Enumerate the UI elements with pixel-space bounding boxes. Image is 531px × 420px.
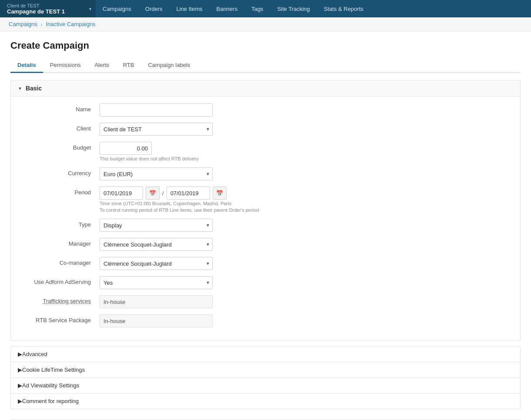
field-trafficking-row: Trafficking services In-house [21,295,510,308]
sec-comment[interactable]: ▶ Comment for reporting [11,393,520,409]
nav-tags[interactable]: Tags [244,0,270,17]
field-name-row: Name [21,103,510,117]
tab-details[interactable]: Details [10,58,43,73]
breadcrumb-separator: › [41,22,43,27]
field-comanager-row: Co-manager Clémence Socquet-Juglard [21,257,510,270]
sec-advanced[interactable]: ▶ Advanced [11,347,520,362]
comanager-select[interactable]: Clémence Socquet-Juglard [100,257,213,270]
breadcrumb-campaigns[interactable]: Campaigns [9,21,37,27]
type-select-wrap: Display [100,219,213,232]
type-label: Type [21,219,100,228]
client-select[interactable]: Client de TEST [100,123,213,136]
field-manager-row: Manager Clémence Socquet-Juglard [21,238,510,251]
period-label: Period [21,187,100,196]
comment-label: Comment for reporting [22,398,79,404]
breadcrumb-inactive-campaigns[interactable]: Inactive Campaigns [46,21,95,27]
sec-cookie[interactable]: ▶ Cookie LifeTime Settings [11,362,520,378]
adserving-control: Yes No [100,276,510,289]
basic-section-collapse-icon: ▼ [18,86,22,91]
basic-section-body: Name Client Client de TEST Budg [11,97,520,340]
comment-expand-icon: ▶ [18,398,22,404]
manager-select-wrap: Clémence Socquet-Juglard [100,238,213,251]
trafficking-control: In-house [100,295,510,308]
adserving-select-wrap: Yes No [100,276,213,289]
client-select-wrap: Client de TEST [100,123,213,136]
nav-links-container: Campaigns Orders Line Items Banners Tags… [96,0,371,17]
client-control: Client de TEST [100,123,510,136]
brand-area[interactable]: Client de TEST Campagne de TEST 1 ▾ [0,0,96,17]
period-inputs: 📅 / 📅 [100,187,510,200]
name-label: Name [21,103,100,113]
manager-select[interactable]: Clémence Socquet-Juglard [100,238,213,251]
comanager-select-wrap: Clémence Socquet-Juglard [100,257,213,270]
basic-section-header[interactable]: ▼ Basic [11,80,520,97]
nav-stats-reports[interactable]: Stats & Reports [317,0,371,17]
field-period-row: Period 📅 / 📅 Time zone (UTC+01:00) Bruss… [21,187,510,213]
collapsible-sections: ▶ Advanced ▶ Cookie LifeTime Settings ▶ … [10,346,521,409]
nav-line-items[interactable]: Line Items [170,0,210,17]
comanager-label: Co-manager [21,257,100,266]
period-timezone: Time zone (UTC+01:00) Brussels, Copenhag… [100,201,510,213]
cookie-expand-icon: ▶ [18,367,22,373]
cookie-label: Cookie LifeTime Settings [22,367,85,373]
manager-label: Manager [21,238,100,247]
period-end-input[interactable] [167,187,210,200]
period-tz-text: Time zone (UTC+01:00) Brussels, Copenhag… [100,201,510,206]
brand-dropdown-icon: ▾ [89,7,91,11]
type-select[interactable]: Display [100,219,213,232]
nav-banners[interactable]: Banners [209,0,244,17]
trafficking-label: Trafficking services [21,295,100,304]
period-note-text: To control running period of RTB Line it… [100,207,510,213]
budget-input[interactable] [100,142,152,155]
basic-section-title: Basic [26,85,42,92]
period-separator: / [162,190,164,197]
brand-title: Campagne de TEST 1 [7,8,89,15]
nav-campaigns[interactable]: Campaigns [96,0,138,17]
name-control [100,103,510,117]
client-label: Client [21,123,100,132]
currency-select[interactable]: Euro (EUR) [100,167,213,180]
period-start-calendar-button[interactable]: 📅 [146,187,160,200]
tab-campaign-labels[interactable]: Campaign labels [141,58,197,73]
adserving-label: Use Adform AdServing [21,276,100,285]
basic-section: ▼ Basic Name Client Client de TEST [10,80,521,341]
trafficking-value: In-house [100,295,213,308]
period-control: 📅 / 📅 Time zone (UTC+01:00) Brussels, Co… [100,187,510,213]
period-start-input[interactable] [100,187,143,200]
advanced-expand-icon: ▶ [18,351,22,357]
field-rtbservice-row: RTB Service Package In-house [21,314,510,327]
tab-permissions[interactable]: Permissions [43,58,88,73]
adserving-select[interactable]: Yes No [100,276,213,289]
nav-site-tracking[interactable]: Site Tracking [270,0,317,17]
period-end-calendar-button[interactable]: 📅 [213,187,227,200]
field-adserving-row: Use Adform AdServing Yes No [21,276,510,289]
field-type-row: Type Display [21,219,510,232]
tabs-container: Details Permissions Alerts RTB Campaign … [10,58,521,73]
currency-control: Euro (EUR) [100,167,510,180]
page-content: Create Campaign Details Permissions Aler… [0,31,531,420]
tab-rtb[interactable]: RTB [116,58,141,73]
advanced-label: Advanced [22,351,47,357]
budget-hint: This budget value does not affect RTB de… [100,156,510,161]
manager-control: Clémence Socquet-Juglard [100,238,510,251]
breadcrumb: Campaigns › Inactive Campaigns [0,17,531,31]
name-input[interactable] [100,103,213,117]
comanager-control: Clémence Socquet-Juglard [100,257,510,270]
tab-alerts[interactable]: Alerts [87,58,116,73]
viewability-label: Ad Viewability Settings [22,382,79,389]
rtbservice-control: In-house [100,314,510,327]
budget-control: This budget value does not affect RTB de… [100,142,510,161]
field-currency-row: Currency Euro (EUR) [21,167,510,180]
field-client-row: Client Client de TEST [21,123,510,136]
top-navigation: Client de TEST Campagne de TEST 1 ▾ Camp… [0,0,531,17]
currency-select-wrap: Euro (EUR) [100,167,213,180]
rtbservice-label: RTB Service Package [21,314,100,323]
viewability-expand-icon: ▶ [18,382,22,389]
nav-orders[interactable]: Orders [138,0,170,17]
currency-label: Currency [21,167,100,177]
budget-label: Budget [21,142,100,151]
rtbservice-value: In-house [100,314,213,327]
type-control: Display [100,219,510,232]
sec-viewability[interactable]: ▶ Ad Viewability Settings [11,378,520,393]
page-title: Create Campaign [10,40,521,51]
